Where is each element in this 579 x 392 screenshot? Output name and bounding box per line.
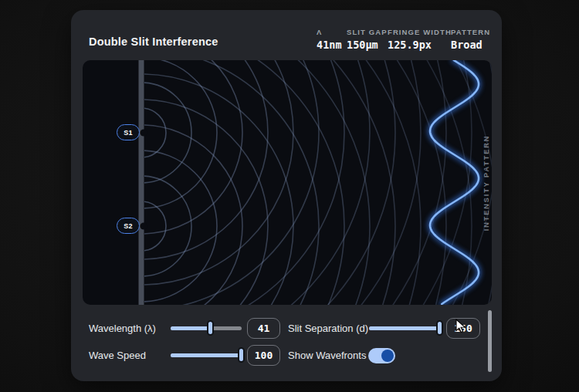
stat-wavelength: Λ 41nm bbox=[317, 28, 342, 51]
slider-thumb[interactable] bbox=[436, 320, 443, 336]
slider-fill bbox=[171, 326, 211, 330]
slit-separation-slider[interactable] bbox=[369, 320, 440, 336]
stat-value: 150μm bbox=[347, 39, 388, 51]
stat-label: PATTERN bbox=[451, 28, 490, 36]
source-chip-s1[interactable]: S1 bbox=[117, 124, 140, 140]
stat-slit-gap: SLIT GAP 150μm bbox=[347, 28, 388, 51]
scrollbar-thumb[interactable] bbox=[488, 310, 492, 372]
show-wavefronts-toggle[interactable] bbox=[368, 348, 395, 363]
slit-separation-value-box[interactable]: 150 bbox=[446, 318, 480, 339]
show-wavefronts-label: Show Wavefronts bbox=[288, 350, 366, 361]
app-title: Double Slit Interference bbox=[89, 35, 218, 48]
intensity-pattern-label: INTENSITY PATTERN bbox=[482, 134, 490, 231]
toggle-knob[interactable] bbox=[381, 350, 394, 362]
wavelength-slider[interactable] bbox=[171, 320, 242, 336]
stat-label: SLIT GAP bbox=[347, 28, 388, 36]
wave-visualization bbox=[83, 60, 492, 305]
slider-fill bbox=[171, 353, 242, 357]
source-chip-s2[interactable]: S2 bbox=[117, 218, 140, 234]
slider-fill bbox=[369, 326, 440, 330]
wave-speed-label: Wave Speed bbox=[89, 350, 146, 361]
stat-pattern: PATTERN Broad bbox=[451, 28, 490, 51]
wavelength-value-box[interactable]: 41 bbox=[247, 318, 280, 339]
stat-fringe-width: FRINGE WIDTH 125.9px bbox=[388, 28, 452, 51]
simulation-canvas[interactable]: INTENSITY PATTERN S1S2 bbox=[83, 60, 492, 305]
stat-value: Broad bbox=[451, 39, 490, 51]
slit-separation-label: Slit Separation (d) bbox=[288, 323, 368, 334]
stat-label: Λ bbox=[317, 28, 342, 36]
stat-label: FRINGE WIDTH bbox=[388, 28, 452, 36]
stat-value: 125.9px bbox=[388, 39, 452, 51]
wavelength-label: Wavelength (λ) bbox=[89, 323, 156, 334]
wave-speed-slider[interactable] bbox=[171, 347, 242, 363]
slider-thumb[interactable] bbox=[207, 320, 214, 336]
app-panel: Double Slit Interference Λ 41nm SLIT GAP… bbox=[71, 10, 502, 381]
wave-speed-value-box[interactable]: 100 bbox=[247, 345, 280, 366]
stat-value: 41nm bbox=[317, 39, 342, 51]
slider-thumb[interactable] bbox=[238, 347, 245, 363]
